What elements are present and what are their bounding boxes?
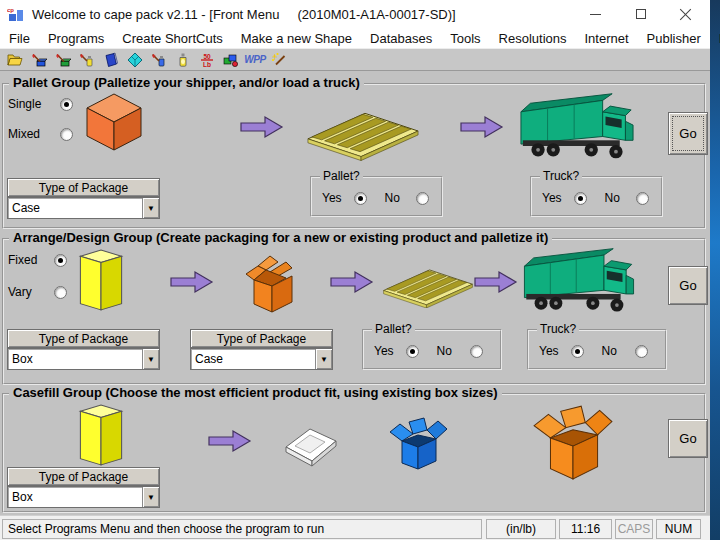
wand-bottle-blue-icon[interactable]	[150, 51, 168, 69]
maximize-icon	[636, 9, 646, 19]
arrange-truck-yes-radio[interactable]	[571, 345, 584, 358]
orange-cube-image	[84, 93, 144, 151]
window-controls	[573, 0, 708, 28]
dropdown-arrow-icon[interactable]: ▼	[142, 349, 159, 369]
arrange-primary-package-select[interactable]: Box ▼	[7, 348, 160, 370]
arrow-right-icon	[474, 270, 518, 294]
arrange-group-go-button[interactable]: Go	[668, 266, 708, 305]
arrange-pallet-yes-radio[interactable]	[406, 345, 419, 358]
status-units: (in/lb)	[486, 519, 556, 539]
wand-case-blue-icon[interactable]	[30, 51, 48, 69]
menu-resolutions[interactable]: Resolutions	[490, 31, 576, 46]
open-folder-icon[interactable]	[6, 51, 24, 69]
wpp-label: WPP	[244, 54, 265, 65]
pallet-question-title: Pallet?	[372, 322, 415, 336]
mixed-radio-label: Mixed	[8, 127, 40, 141]
status-caps: CAPS	[615, 519, 653, 539]
close-icon	[680, 8, 692, 20]
status-num-text: NUM	[665, 522, 692, 536]
truck-question-title: Truck?	[540, 169, 582, 183]
app-window: cp Welcome to cape pack v2.11 - [Front M…	[0, 0, 710, 540]
no-label: No	[437, 344, 452, 358]
menu-databases[interactable]: Databases	[361, 31, 441, 46]
casefill-group-go-button[interactable]: Go	[668, 419, 708, 458]
menu-create-shortcuts[interactable]: Create ShortCuts	[113, 31, 231, 46]
menu-file[interactable]: File	[0, 31, 39, 46]
wand-case-green-icon[interactable]	[54, 51, 72, 69]
truck-yes-radio[interactable]	[574, 192, 587, 205]
pallet-group-title: Pallet Group (Palletize your shipper, an…	[9, 75, 364, 90]
pallet-package-select[interactable]: Case ▼	[7, 197, 160, 219]
status-caps-text: CAPS	[618, 522, 651, 536]
pallet-group-go-button[interactable]: Go	[668, 112, 708, 155]
yellow-box-image	[74, 401, 128, 469]
arrange-group-title: Arrange/Design Group (Create packaging f…	[9, 230, 552, 245]
arrange-primary-type-of-package-button[interactable]: Type of Package	[7, 329, 160, 348]
vary-radio[interactable]	[54, 286, 67, 299]
no-label: No	[605, 191, 620, 205]
notebook-icon[interactable]	[102, 51, 120, 69]
pallet-type-of-package-button[interactable]: Type of Package	[7, 178, 160, 197]
arrange-secondary-package-select[interactable]: Case ▼	[190, 348, 333, 370]
single-radio[interactable]	[60, 98, 73, 111]
arrow-right-icon	[208, 429, 252, 453]
casefill-package-value: Box	[8, 487, 142, 507]
wand-bottle-icon[interactable]	[78, 51, 96, 69]
arrange-design-group: Arrange/Design Group (Create packaging f…	[2, 238, 706, 385]
dropdown-arrow-icon[interactable]: ▼	[142, 487, 159, 507]
wpp-icon[interactable]: WPP	[246, 51, 264, 69]
casefill-group-title: Casefill Group (Choose the most efficien…	[9, 385, 502, 400]
no-label: No	[602, 344, 617, 358]
close-button[interactable]	[663, 0, 708, 28]
no-label: No	[385, 191, 400, 205]
casefill-type-of-package-button[interactable]: Type of Package	[7, 467, 160, 486]
menu-help[interactable]: Help	[710, 31, 720, 46]
status-num: NUM	[656, 519, 701, 539]
arrange-pallet-no-radio[interactable]	[470, 345, 483, 358]
truck-no-radio[interactable]	[636, 192, 649, 205]
bottle-icon[interactable]	[174, 51, 192, 69]
menu-publisher[interactable]: Publisher	[638, 31, 710, 46]
weight-limit-50lb-icon[interactable]: 50 Lb	[198, 51, 216, 69]
arrange-secondary-package-value: Case	[191, 349, 315, 369]
truck-question-group: Truck? Yes No	[530, 176, 663, 217]
vary-radio-label: Vary	[8, 285, 32, 299]
arrow-right-icon	[170, 270, 214, 294]
type-of-package-label: Type of Package	[39, 181, 128, 195]
arrange-truck-no-radio[interactable]	[635, 345, 648, 358]
client-area: Pallet Group (Palletize your shipper, an…	[0, 71, 710, 515]
pallet-package-value: Case	[8, 198, 142, 218]
menubar: File Programs Create ShortCuts Make a ne…	[0, 28, 710, 48]
wizard-wand-icon[interactable]	[270, 51, 288, 69]
arrow-right-icon	[240, 115, 284, 139]
titlebar: cp Welcome to cape pack v2.11 - [Front M…	[0, 0, 710, 28]
yes-label: Yes	[539, 344, 559, 358]
arrange-secondary-type-of-package-button[interactable]: Type of Package	[190, 329, 333, 348]
menu-make-a-new-shape[interactable]: Make a new Shape	[232, 31, 361, 46]
statusbar: Select Programs Menu and then choose the…	[0, 515, 710, 540]
arrange-pallet-question-group: Pallet? Yes No	[362, 329, 502, 370]
casefill-package-select[interactable]: Box ▼	[7, 486, 160, 508]
dropdown-arrow-icon[interactable]: ▼	[142, 198, 159, 218]
pallet-no-radio[interactable]	[416, 192, 429, 205]
menu-internet[interactable]: Internet	[576, 31, 638, 46]
arrow-right-icon	[460, 115, 504, 139]
truck-image	[518, 244, 640, 318]
menu-tools[interactable]: Tools	[441, 31, 489, 46]
maximize-button[interactable]	[618, 0, 663, 28]
carton-cyan-icon[interactable]	[126, 51, 144, 69]
dropdown-arrow-icon[interactable]: ▼	[315, 349, 332, 369]
type-of-package-label: Type of Package	[39, 470, 128, 484]
pallet-question-row: Yes No	[374, 344, 496, 358]
arrange-primary-package-value: Box	[8, 349, 142, 369]
go-button-label: Go	[679, 126, 696, 141]
pallet-yes-radio[interactable]	[354, 192, 367, 205]
menu-programs[interactable]: Programs	[39, 31, 113, 46]
fixed-radio[interactable]	[54, 254, 67, 267]
arrow-right-icon	[330, 270, 374, 294]
minimize-button[interactable]	[573, 0, 618, 28]
shapes-icon[interactable]	[222, 51, 240, 69]
type-of-package-label: Type of Package	[39, 332, 128, 346]
svg-text:50: 50	[203, 53, 211, 60]
mixed-radio[interactable]	[60, 128, 73, 141]
